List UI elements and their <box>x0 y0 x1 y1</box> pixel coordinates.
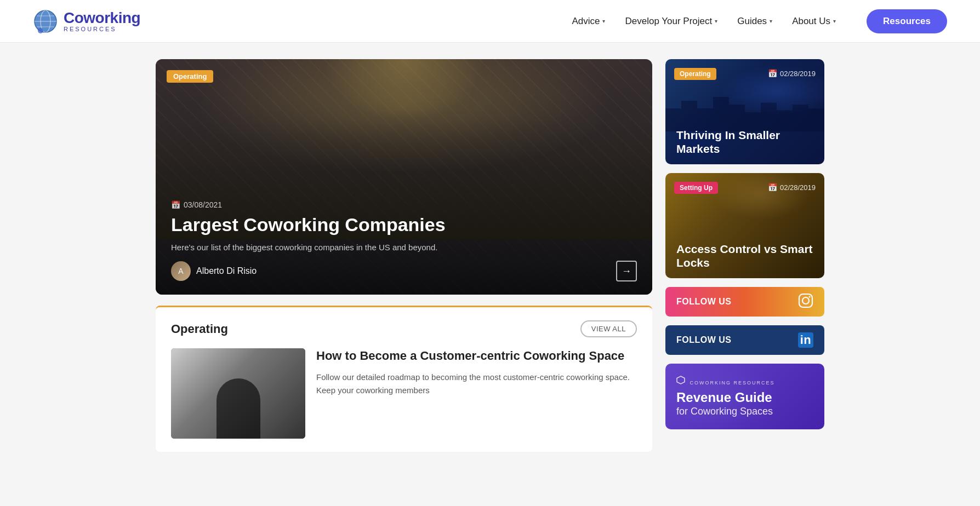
svg-point-8 <box>809 296 811 297</box>
revenue-logo: Coworking Resources <box>676 376 775 386</box>
svg-rect-6 <box>799 294 812 307</box>
chevron-down-icon: ▾ <box>602 18 605 24</box>
calendar-icon: 📅 <box>768 69 777 78</box>
revenue-guide-card[interactable]: Coworking Resources Revenue Guide for Co… <box>665 364 824 429</box>
arrow-icon: → <box>622 266 631 277</box>
card-tag-setting-up: Setting Up <box>674 182 718 194</box>
nav-item-guides[interactable]: Guides ▾ <box>737 16 772 27</box>
page-content: Operating 📅 03/08/2021 Largest Coworking… <box>145 43 835 468</box>
revenue-title: Revenue Guide for Coworking Spaces <box>676 390 775 417</box>
follow-linkedin-button[interactable]: FOLLOW US in <box>665 325 824 355</box>
card-content-2: Access Control vs Smart Locks <box>665 233 824 278</box>
instagram-icon <box>798 293 813 311</box>
revenue-title-line2: for Coworking Spaces <box>676 406 775 418</box>
hero-title: Largest Coworking Companies <box>171 214 637 236</box>
nav-item-advice[interactable]: Advice ▾ <box>572 16 605 27</box>
svg-point-7 <box>802 297 809 304</box>
view-all-button[interactable]: VIEW ALL <box>580 320 637 337</box>
author-name: Alberto Di Risio <box>196 266 257 276</box>
operating-section: Operating VIEW ALL How to Become a Custo… <box>156 306 652 452</box>
nav-links: Advice ▾ Develop Your Project ▾ Guides ▾… <box>572 9 947 33</box>
nav-label-guides: Guides <box>737 16 767 27</box>
small-card-thriving[interactable]: Operating 📅 02/28/2019 Thriving In Small… <box>665 59 824 164</box>
chevron-down-icon: ▾ <box>715 18 717 24</box>
chevron-down-icon: ▾ <box>833 18 836 24</box>
nav-label-about: About Us <box>792 16 830 27</box>
small-card-access[interactable]: Setting Up 📅 02/28/2019 Access Control v… <box>665 173 824 278</box>
article-excerpt: Follow our detailed roadmap to becoming … <box>316 371 637 397</box>
logo[interactable]: Coworking RESOURCES <box>33 9 140 34</box>
navbar: Coworking RESOURCES Advice ▾ Develop You… <box>0 0 980 43</box>
nav-label-advice: Advice <box>572 16 600 27</box>
content-grid: Operating 📅 03/08/2021 Largest Coworking… <box>156 59 824 452</box>
linkedin-icon: in <box>798 332 813 348</box>
hero-tag: Operating <box>167 70 213 83</box>
logo-text: Coworking RESOURCES <box>64 10 140 32</box>
hero-card[interactable]: Operating 📅 03/08/2021 Largest Coworking… <box>156 59 652 295</box>
logo-subtitle: RESOURCES <box>64 26 140 32</box>
calendar-icon: 📅 <box>768 183 777 192</box>
hero-date: 📅 03/08/2021 <box>171 200 637 209</box>
resources-button[interactable]: Resources <box>867 9 947 33</box>
logo-globe-icon <box>33 9 58 34</box>
nav-item-develop[interactable]: Develop Your Project ▾ <box>625 16 717 27</box>
follow-instagram-label: FOLLOW US <box>676 297 731 307</box>
article-thumbnail <box>171 348 305 439</box>
hero-footer: A Alberto Di Risio → <box>171 261 637 281</box>
card-title-1: Thriving In Smaller Markets <box>676 128 813 156</box>
svg-point-5 <box>38 28 43 33</box>
hero-arrow-button[interactable]: → <box>616 261 637 281</box>
calendar-icon: 📅 <box>171 200 180 209</box>
hero-description: Here's our list of the biggest coworking… <box>171 243 637 252</box>
follow-linkedin-label: FOLLOW US <box>676 335 731 345</box>
revenue-title-line1: Revenue Guide <box>676 390 775 406</box>
card-tag-operating: Operating <box>674 68 716 80</box>
right-column: Operating 📅 02/28/2019 Thriving In Small… <box>665 59 824 452</box>
nav-label-develop: Develop Your Project <box>625 16 712 27</box>
chevron-down-icon: ▾ <box>770 18 772 24</box>
card-date-1: 📅 02/28/2019 <box>768 69 816 78</box>
hero-author: A Alberto Di Risio <box>171 261 257 281</box>
article-row[interactable]: How to Become a Customer-centric Coworki… <box>171 348 637 439</box>
card-date-2: 📅 02/28/2019 <box>768 183 816 192</box>
revenue-guide-content: Coworking Resources Revenue Guide for Co… <box>676 376 775 417</box>
hero-content: 📅 03/08/2021 Largest Coworking Companies… <box>156 187 652 295</box>
avatar: A <box>171 261 191 281</box>
section-header: Operating VIEW ALL <box>171 320 637 337</box>
card-title-2: Access Control vs Smart Locks <box>676 242 813 269</box>
article-info: How to Become a Customer-centric Coworki… <box>316 348 637 397</box>
logo-title: Coworking <box>64 10 140 26</box>
coworking-logo-icon <box>676 376 685 384</box>
svg-marker-9 <box>677 376 685 384</box>
section-title: Operating <box>171 322 228 336</box>
card-content-1: Thriving In Smaller Markets <box>665 119 824 164</box>
article-title: How to Become a Customer-centric Coworki… <box>316 348 637 364</box>
nav-item-about[interactable]: About Us ▾ <box>792 16 836 27</box>
follow-instagram-button[interactable]: FOLLOW US <box>665 287 824 317</box>
left-column: Operating 📅 03/08/2021 Largest Coworking… <box>156 59 652 452</box>
